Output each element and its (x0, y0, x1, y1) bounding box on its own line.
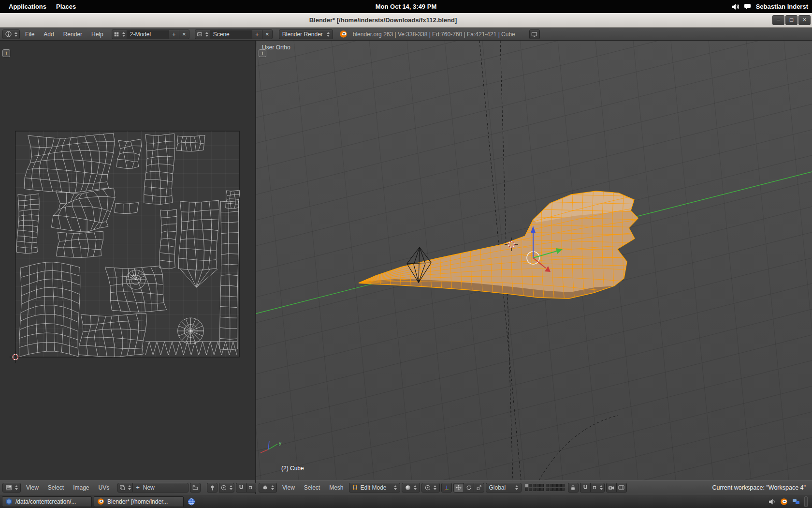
render-opengl-button[interactable] (606, 483, 617, 493)
scale-icon (476, 485, 482, 491)
menu-add[interactable]: Add (40, 28, 58, 41)
uv-editor-header: View Select Image UVs + New (0, 480, 255, 494)
viewport-canvas[interactable]: y User Ortho (2) Cube (256, 41, 812, 480)
editor-type-info-button[interactable] (2, 30, 20, 39)
tray-blender-icon[interactable] (780, 498, 788, 506)
layer-cell[interactable] (536, 488, 540, 491)
transform-orientation-select[interactable]: Global (486, 483, 522, 493)
layer-cell[interactable] (525, 488, 528, 491)
layer-cell[interactable] (546, 488, 549, 491)
layer-cell[interactable] (533, 488, 536, 491)
applications-menu[interactable]: Applications (4, 3, 51, 10)
layer-cell[interactable] (529, 484, 532, 487)
plus-icon: + (255, 30, 259, 38)
scene-add-button[interactable]: + (252, 30, 262, 39)
layer-cell[interactable] (525, 484, 528, 487)
render-opengl-animation-button[interactable] (616, 483, 627, 493)
taskbar-item-files[interactable]: /data/contentcreation/... (2, 496, 92, 507)
render-engine-select[interactable]: Blender Render (279, 30, 333, 39)
dropdown-arrows-icon (14, 32, 17, 37)
taskbar: /data/contentcreation/... Blender* [/hom… (0, 494, 812, 508)
rotate-manipulator-button[interactable] (464, 483, 474, 493)
scene-browse-button[interactable] (195, 30, 210, 39)
maximize-button[interactable]: □ (785, 15, 798, 25)
viewport-header: View Select Mesh Edit Mode (256, 480, 812, 494)
screen-layout-name-field[interactable]: 2-Model (127, 30, 169, 39)
layer-cell[interactable] (553, 488, 557, 491)
user-status-icon[interactable] (744, 3, 751, 10)
lock-icon (570, 485, 576, 491)
close-button[interactable]: × (798, 15, 811, 25)
tray-network-icon[interactable] (792, 498, 800, 505)
snap-element-select[interactable] (590, 483, 605, 493)
clock[interactable]: Mon Oct 14, 3:49 PM (376, 3, 436, 10)
taskbar-item-browser[interactable] (186, 496, 197, 507)
image-pin-button[interactable] (207, 483, 218, 493)
layers-group-1 (525, 484, 544, 491)
places-menu[interactable]: Places (51, 3, 81, 10)
layer-cell[interactable] (550, 484, 553, 487)
uv-editor-canvas[interactable] (0, 41, 255, 480)
vp-menu-view[interactable]: View (278, 481, 299, 494)
screen-layout-browse-button[interactable] (112, 30, 127, 39)
screen-layout-add-button[interactable]: + (169, 30, 179, 39)
vp-menu-mesh[interactable]: Mesh (325, 481, 347, 494)
image-stack-icon (119, 485, 125, 491)
user-menu[interactable]: Sebastian Inderst (756, 3, 808, 10)
uv-menu-select[interactable]: Select (44, 481, 68, 494)
pivot-point-select[interactable] (421, 483, 440, 493)
blender-icon (97, 498, 104, 505)
screencast-button[interactable] (529, 30, 540, 39)
editor-type-image-button[interactable] (2, 483, 21, 493)
show-desktop-button[interactable] (804, 496, 808, 507)
editor-type-3dview-button[interactable] (259, 483, 277, 493)
layer-cell[interactable] (540, 488, 544, 491)
layer-cell[interactable] (557, 484, 561, 487)
tray-volume-icon[interactable] (768, 498, 776, 505)
menu-help[interactable]: Help (87, 28, 107, 41)
uv-menu-uvs[interactable]: UVs (95, 481, 114, 494)
uv-pivot-select[interactable] (219, 483, 234, 493)
layer-cell[interactable] (557, 488, 561, 491)
layer-cell[interactable] (536, 484, 540, 487)
snap-toggle-button[interactable] (580, 483, 591, 493)
layer-cell[interactable] (540, 484, 544, 487)
image-browse-button[interactable] (117, 483, 133, 493)
image-open-button[interactable] (190, 483, 201, 493)
axis-tripod-icon (444, 485, 450, 491)
viewport-pane: y User Ortho (2) Cube + View Select (256, 41, 812, 494)
layer-cell[interactable] (553, 484, 557, 487)
expand-region-button[interactable]: + (259, 49, 266, 57)
workspace-notice: Current workspace: "Workspace 4" (709, 484, 810, 491)
layer-cell[interactable] (533, 484, 536, 487)
uv-menu-image[interactable]: Image (69, 481, 93, 494)
view-name-label: User Ortho (262, 44, 290, 51)
layer-cell[interactable] (561, 488, 565, 491)
vp-menu-select[interactable]: Select (300, 481, 324, 494)
viewport-shading-select[interactable] (402, 483, 420, 493)
layer-cell[interactable] (550, 488, 553, 491)
minimize-button[interactable]: – (772, 15, 784, 25)
layer-cell[interactable] (529, 488, 532, 491)
scale-manipulator-button[interactable] (474, 483, 484, 493)
blender-main-area: + View Select Image UVs (0, 41, 812, 494)
scene-delete-button[interactable]: × (262, 30, 273, 39)
interaction-mode-select[interactable]: Edit Mode (349, 483, 400, 493)
volume-icon[interactable] (731, 3, 739, 10)
taskbar-item-blender[interactable]: Blender* [/home/inder... (94, 496, 184, 507)
menu-file[interactable]: File (21, 28, 38, 41)
scene-name-field[interactable]: Scene (210, 30, 252, 39)
menu-render[interactable]: Render (59, 28, 86, 41)
translate-manipulator-button[interactable] (453, 483, 464, 493)
image-new-button[interactable]: + New (132, 483, 188, 493)
uv-menu-view[interactable]: View (22, 481, 43, 494)
manipulator-toggle-button[interactable] (441, 483, 452, 493)
screen-layout-delete-button[interactable]: × (179, 30, 189, 39)
window-title-bar[interactable]: Blender* [/home/indersts/Downloads/fx112… (0, 13, 812, 28)
dropdown-arrows-icon (434, 485, 436, 490)
layer-cell[interactable] (561, 484, 565, 487)
expand-region-button[interactable]: + (2, 49, 10, 57)
lock-to-scene-button[interactable] (568, 483, 579, 493)
layer-cell[interactable] (546, 484, 549, 487)
uv-snap-toggle-button[interactable] (236, 483, 246, 493)
